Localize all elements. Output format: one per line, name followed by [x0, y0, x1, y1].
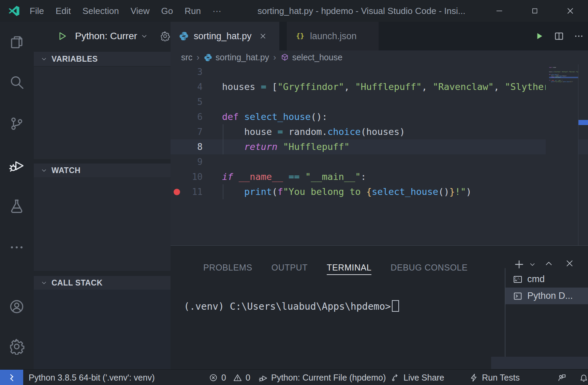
activity-accounts[interactable]: [9, 298, 25, 315]
activity-source-control[interactable]: [9, 115, 25, 132]
code-editor[interactable]: 34houses = ["Gryffindor", "Hufflepuff", …: [171, 64, 588, 245]
menu-file[interactable]: File: [24, 0, 50, 22]
section-label: WATCH: [52, 166, 80, 175]
close-button[interactable]: [553, 0, 588, 22]
menu-go[interactable]: Go: [156, 0, 179, 22]
section-header-watch[interactable]: WATCH: [34, 164, 171, 177]
activity-run-and-debug[interactable]: [9, 157, 25, 173]
code-line-4[interactable]: 4houses = ["Gryffindor", "Hufflepuff", "…: [171, 79, 588, 94]
menu-[interactable]: ···: [207, 0, 227, 22]
terminal-prompt: (.venv) C:\Users\luabud\Apps\hpdemo>: [184, 301, 391, 312]
debug-icon: [259, 373, 268, 382]
menu-selection[interactable]: Selection: [77, 0, 125, 22]
chevron-down-icon[interactable]: [141, 32, 148, 40]
title-bar: FileEditSelectionViewGoRun··· sorting_ha…: [0, 0, 588, 22]
cube-icon: [280, 53, 289, 62]
chevron-down-icon: [41, 279, 47, 286]
overview-ruler-marker: [578, 120, 588, 125]
line-number[interactable]: 11: [177, 184, 203, 199]
menu-edit[interactable]: Edit: [50, 0, 77, 22]
code-line-6[interactable]: 6def select_house():: [171, 109, 588, 124]
account-icon: [9, 298, 25, 315]
panel-tab-debug-console[interactable]: DEBUG CONSOLE: [391, 263, 468, 275]
line-content: def select_house():: [222, 109, 327, 124]
panel-tab-terminal[interactable]: TERMINAL: [327, 263, 371, 275]
more-actions-button[interactable]: [574, 31, 584, 41]
status-notifications[interactable]: [579, 370, 588, 385]
panel-tab-output[interactable]: OUTPUT: [271, 263, 308, 275]
maximize-panel-button[interactable]: [544, 259, 554, 269]
line-number[interactable]: 6: [177, 109, 203, 124]
breadcrumb: src›sorting_hat.py›select_house: [171, 50, 588, 64]
code-line-11[interactable]: 11 print(f"You belong to {select_house()…: [171, 184, 588, 199]
line-content: houses = ["Gryffindor", "Hufflepuff", "R…: [222, 79, 571, 94]
menu-view[interactable]: View: [125, 0, 156, 22]
line-number[interactable]: 4: [177, 79, 203, 94]
activity-explorer[interactable]: [9, 34, 25, 51]
breadcrumb-item-sorting_hat.py[interactable]: sorting_hat.py: [216, 52, 269, 62]
breadcrumb-separator: ›: [273, 52, 276, 63]
status-label: Live Share: [403, 373, 444, 383]
code-line-5[interactable]: 5: [171, 94, 588, 109]
close-tab-icon[interactable]: [259, 32, 267, 40]
breadcrumb-separator: ›: [196, 52, 200, 63]
close-panel-button[interactable]: [565, 259, 574, 268]
activity-search[interactable]: [9, 74, 25, 91]
line-number[interactable]: 7: [177, 124, 203, 139]
section-header-variables[interactable]: VARIABLES: [34, 52, 171, 66]
line-number[interactable]: 3: [177, 64, 203, 79]
activity-testing[interactable]: [9, 198, 25, 214]
section-content-call-stack: [34, 290, 171, 369]
line-number[interactable]: 9: [177, 154, 203, 169]
new-terminal-button[interactable]: [513, 259, 525, 270]
breadcrumb-item-src[interactable]: src: [181, 52, 192, 62]
status-problems[interactable]: 00: [209, 370, 250, 385]
code-line-7[interactable]: 7 house = random.choice(houses): [171, 124, 588, 139]
run-python-file-button[interactable]: [534, 31, 544, 41]
code-line-10[interactable]: 10if __name__ == "__main__":: [171, 169, 588, 184]
configure-launch-gear-icon[interactable]: [160, 31, 170, 41]
terminal-list-scrollbar[interactable]: [491, 357, 588, 369]
section-header-call-stack[interactable]: CALL STACK: [34, 276, 171, 290]
terminal-list: C:\cmdPython D...: [505, 271, 588, 304]
terminal-picker-button[interactable]: [529, 261, 536, 268]
terminal-name: cmd: [527, 274, 545, 284]
status-run-tests[interactable]: Run Tests: [469, 370, 520, 385]
terminal-list-item-PythonD[interactable]: Python D...: [505, 288, 588, 304]
status-live-share[interactable]: Live Share: [391, 370, 444, 385]
code-line-9[interactable]: 9: [171, 154, 588, 169]
line-number[interactable]: 5: [177, 94, 203, 109]
line-number[interactable]: 10: [177, 169, 203, 184]
close-icon: [566, 6, 575, 15]
source-control-icon: [9, 115, 25, 132]
terminal-list-item-cmd[interactable]: C:\cmd: [505, 271, 588, 288]
debug-configuration-picker[interactable]: Python: Current File: [75, 22, 137, 50]
tab-launch.json[interactable]: {}launch.json: [287, 22, 379, 50]
status-feedback[interactable]: [557, 370, 567, 385]
activity-settings[interactable]: [9, 338, 25, 355]
breadcrumb-item-select_house[interactable]: select_house: [292, 52, 342, 62]
split-editor-button[interactable]: [554, 31, 564, 41]
status-label: Python: Current File (hpdemo): [271, 373, 386, 383]
code-line-3[interactable]: 3: [171, 64, 588, 79]
minimap-line: print(f"You belong to {select_house()}!"…: [549, 81, 578, 82]
maximize-button[interactable]: [517, 0, 553, 22]
tab-sorting_hat.py[interactable]: sorting_hat.py: [171, 22, 279, 50]
section-content-watch: [34, 177, 171, 271]
status-remote-indicator[interactable]: [0, 370, 23, 385]
menu-run[interactable]: Run: [179, 0, 207, 22]
remote-icon: [7, 373, 16, 382]
zap-icon: [469, 373, 479, 382]
minimize-button[interactable]: [482, 0, 517, 22]
start-debugging-button[interactable]: [56, 30, 68, 42]
panel-tab-problems[interactable]: PROBLEMS: [203, 263, 252, 275]
status-debug-configuration[interactable]: Python: Current File (hpdemo): [259, 370, 386, 385]
status-python-interpreter[interactable]: Python 3.8.5 64-bit ('.venv': venv): [29, 370, 155, 385]
editor-scrollbar[interactable]: [578, 64, 588, 245]
minimap[interactable]: import random houses = ["Gryffindor", "H…: [546, 64, 578, 163]
editor-tab-bar: sorting_hat.py{}launch.json: [171, 22, 588, 50]
activity-more-views[interactable]: [9, 239, 25, 256]
terminal[interactable]: (.venv) C:\Users\luabud\Apps\hpdemo>: [184, 300, 399, 312]
line-number[interactable]: 8: [177, 139, 203, 154]
code-line-8[interactable]: 8 return "Hufflepuff": [171, 139, 588, 154]
